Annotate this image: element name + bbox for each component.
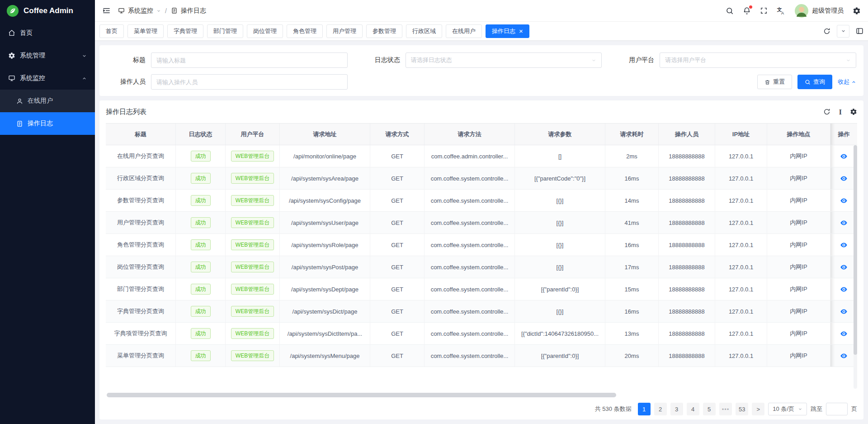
- view-detail-button[interactable]: [840, 219, 848, 227]
- view-detail-button[interactable]: [840, 175, 848, 182]
- user-menu[interactable]: 超级管理员: [795, 4, 844, 18]
- cell-operator: 18888888888: [659, 190, 715, 212]
- tab-item[interactable]: 角色管理: [287, 24, 323, 38]
- platform-tag: WEB管理后台: [231, 217, 274, 228]
- cell-function: com.coffee.system.controlle...: [425, 300, 515, 323]
- table-row: 岗位管理分页查询成功WEB管理后台/api/system/sysPost/pag…: [106, 256, 857, 278]
- sidebar-item-system-management[interactable]: 系统管理: [0, 44, 95, 67]
- column-header: 用户平台: [226, 124, 280, 145]
- logo-icon: [6, 5, 19, 17]
- status-tag: 成功: [191, 350, 211, 361]
- column-header: 操作人员: [659, 124, 715, 145]
- cell-function: com.coffee.system.controlle...: [425, 256, 515, 278]
- cell-operator: 18888888888: [659, 300, 715, 323]
- translate-icon[interactable]: 文A: [777, 6, 786, 15]
- cell-function: com.coffee.system.controlle...: [425, 167, 515, 190]
- tab-item[interactable]: 行政区域: [406, 24, 442, 38]
- cell-location: 内网IP: [767, 212, 830, 234]
- tab-item[interactable]: 首页: [99, 24, 124, 38]
- tab-item[interactable]: 在线用户: [446, 24, 482, 38]
- view-detail-button[interactable]: [840, 330, 848, 338]
- settings-gear-icon[interactable]: [853, 7, 861, 15]
- sidebar-item-operation-log[interactable]: 操作日志: [0, 112, 95, 135]
- status-tag: 成功: [191, 217, 211, 228]
- platform-tag: WEB管理后台: [231, 350, 274, 361]
- cell-ip: 127.0.0.1: [715, 278, 767, 300]
- cell-params: [{}]: [515, 212, 605, 234]
- view-detail-button[interactable]: [840, 152, 848, 160]
- table-row: 用户管理分页查询成功WEB管理后台/api/system/sysUser/pag…: [106, 212, 857, 234]
- title-label: 标题: [107, 56, 146, 64]
- sidebar-item-online-users[interactable]: 在线用户: [0, 90, 95, 112]
- cell-operator: 18888888888: [659, 167, 715, 190]
- pagination-page-button[interactable]: 3: [670, 403, 683, 415]
- view-detail-button[interactable]: [840, 352, 848, 360]
- pagination-page-button[interactable]: 4: [687, 403, 699, 415]
- view-detail-button[interactable]: [840, 197, 848, 205]
- cell-duration: 20ms: [605, 345, 659, 367]
- tab-item[interactable]: 菜单管理: [127, 24, 164, 38]
- pagination-page-button[interactable]: 5: [703, 403, 716, 415]
- monitor-icon: [118, 7, 125, 14]
- cell-ip: 127.0.0.1: [715, 145, 767, 167]
- fullscreen-icon[interactable]: [760, 7, 768, 14]
- column-settings-gear-icon[interactable]: [850, 108, 857, 115]
- search-icon: [805, 79, 811, 85]
- cell-duration: 15ms: [605, 278, 659, 300]
- log-status-select[interactable]: 请选择日志状态: [406, 52, 602, 68]
- collapse-filter-link[interactable]: 收起: [838, 78, 856, 86]
- layout-icon[interactable]: [856, 27, 863, 35]
- page-size-select[interactable]: 10 条/页: [768, 403, 807, 415]
- app-root: Coffee Admin 首页 系统管理 系统监控 在线用户 操作日志: [0, 0, 868, 424]
- tab-item[interactable]: 参数管理: [366, 24, 402, 38]
- pagination-page-button[interactable]: 2: [654, 403, 667, 415]
- title-input[interactable]: [151, 52, 348, 68]
- user-platform-select[interactable]: 请选择用户平台: [660, 52, 856, 68]
- tab-close-icon[interactable]: ×: [519, 28, 523, 34]
- cell-status: 成功: [176, 256, 226, 278]
- search-icon[interactable]: [726, 7, 734, 15]
- pagination-page-button[interactable]: 53: [736, 403, 748, 415]
- table-title: 操作日志列表: [106, 108, 146, 116]
- view-detail-button[interactable]: [840, 241, 848, 249]
- cell-operator: 18888888888: [659, 345, 715, 367]
- breadcrumb-item[interactable]: 系统监控: [128, 7, 153, 15]
- cell-url: /api/monitor/online/page: [280, 145, 370, 167]
- menu-fold-icon[interactable]: [102, 6, 111, 15]
- tab-item[interactable]: 部门管理: [207, 24, 243, 38]
- cell-location: 内网IP: [767, 278, 830, 300]
- cell-location: 内网IP: [767, 145, 830, 167]
- tab-item[interactable]: 字典管理: [167, 24, 203, 38]
- column-header: 请求方式: [370, 124, 425, 145]
- search-button[interactable]: 查询: [797, 75, 832, 89]
- notification-bell-icon[interactable]: [743, 7, 751, 15]
- table-density-icon[interactable]: I: [839, 108, 842, 116]
- reset-button[interactable]: 重置: [757, 75, 792, 89]
- pagination-page-button[interactable]: 1: [638, 403, 651, 415]
- pagination-next-button[interactable]: >: [752, 403, 764, 415]
- tab-item[interactable]: 岗位管理: [247, 24, 283, 38]
- tab-options-button[interactable]: [837, 25, 849, 38]
- tab-item[interactable]: 用户管理: [326, 24, 363, 38]
- cell-method: GET: [370, 323, 425, 345]
- tab-item[interactable]: 操作日志×: [486, 24, 529, 38]
- breadcrumb-item: 操作日志: [181, 7, 206, 15]
- view-detail-button[interactable]: [840, 308, 848, 315]
- cell-location: 内网IP: [767, 345, 830, 367]
- vertical-scrollbar[interactable]: [854, 145, 857, 389]
- sidebar-item-home[interactable]: 首页: [0, 22, 95, 44]
- operator-input[interactable]: [151, 74, 348, 90]
- view-detail-button[interactable]: [840, 286, 848, 293]
- chevron-down-icon: [156, 9, 161, 13]
- jump-page-input[interactable]: [826, 403, 848, 415]
- cell-ip: 127.0.0.1: [715, 300, 767, 323]
- trash-icon: [764, 79, 770, 85]
- sidebar-item-system-monitor[interactable]: 系统监控: [0, 67, 95, 90]
- column-header: 标题: [106, 124, 176, 145]
- cell-ip: 127.0.0.1: [715, 323, 767, 345]
- refresh-icon[interactable]: [823, 108, 830, 115]
- status-tag: 成功: [191, 262, 211, 272]
- view-detail-button[interactable]: [840, 263, 848, 271]
- refresh-icon[interactable]: [823, 28, 830, 35]
- horizontal-scrollbar[interactable]: [107, 393, 856, 397]
